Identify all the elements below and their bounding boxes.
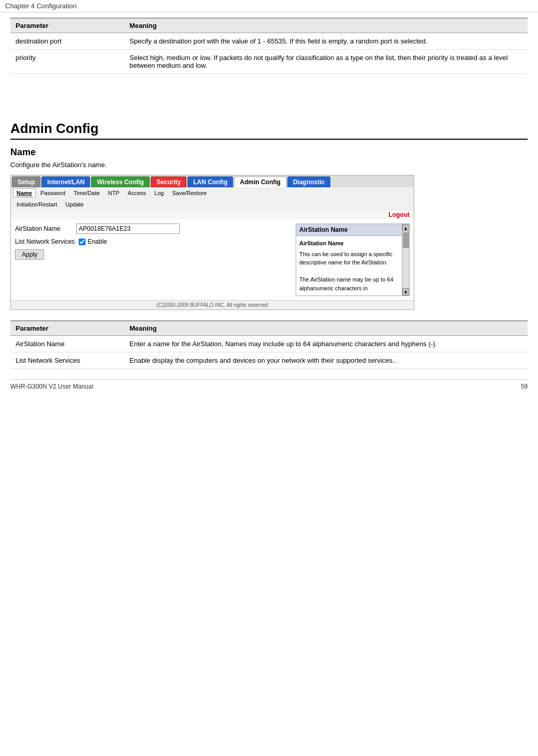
- sub-tab-save-restore[interactable]: Save/Restore: [168, 188, 210, 198]
- sub-nav-row1: Name Password Time/Date NTP Access Log S…: [11, 187, 414, 199]
- meaning-list-network-services: Enable display the computers and devices…: [124, 352, 528, 369]
- tab-admin-config[interactable]: Admin Config: [234, 176, 286, 187]
- table-row: priority Select high, medium or low. If …: [10, 50, 528, 74]
- help-panel-header: AirStation Name: [296, 224, 409, 236]
- page-number: 59: [521, 383, 528, 390]
- help-panel: AirStation Name AirStation Name This can…: [296, 224, 410, 296]
- sub-tab-access[interactable]: Access: [124, 188, 150, 198]
- help-panel-title: AirStation Name: [299, 239, 406, 248]
- param-priority: priority: [10, 50, 124, 74]
- airstation-name-label: AirStation Name: [15, 225, 72, 232]
- logout-link[interactable]: Logout: [388, 211, 410, 218]
- name-subtitle: Name: [10, 147, 528, 158]
- nav-tabs: Setup Internet/LAN Wireless Config Secur…: [11, 175, 414, 187]
- manual-title: WHR-G300N V2 User Manual: [10, 383, 93, 390]
- apply-button[interactable]: Apply: [15, 249, 44, 260]
- airstation-name-input[interactable]: [76, 224, 180, 234]
- param-destination-port: destination port: [10, 33, 124, 50]
- chapter-title: Chapter 4 Configuration: [5, 2, 77, 10]
- enable-checkbox[interactable]: [79, 239, 85, 245]
- sub-tab-update[interactable]: Update: [62, 200, 87, 209]
- page-footer: WHR-G300N V2 User Manual 59: [10, 379, 528, 390]
- list-network-services-label: List Network Services: [15, 238, 75, 245]
- router-main-area: AirStation Name List Network Services En…: [11, 219, 414, 300]
- sub-tab-initialize-restart[interactable]: Initialize/Restart: [13, 200, 61, 209]
- second-table-col2-header: Meaning: [124, 321, 528, 336]
- logout-row: Logout: [11, 210, 414, 219]
- tab-lan-config[interactable]: LAN Config: [187, 176, 233, 187]
- router-form: AirStation Name List Network Services En…: [15, 224, 292, 296]
- sub-tab-log[interactable]: Log: [151, 188, 167, 198]
- tab-setup[interactable]: Setup: [12, 176, 40, 187]
- param-airstation-name: AirStation Name: [10, 336, 124, 352]
- help-text-2: The AirStation name may be up to 64 alph…: [299, 275, 406, 292]
- second-table-col1-header: Parameter: [10, 321, 124, 336]
- router-footer: (C)2000-2009 BUFFALO INC. All rights res…: [11, 300, 414, 309]
- enable-label: Enable: [88, 238, 107, 245]
- table-row: AirStation Name Enter a name for the Air…: [10, 336, 528, 352]
- scroll-up-button[interactable]: ▲: [402, 224, 410, 231]
- tab-internet-lan[interactable]: Internet/LAN: [41, 176, 90, 187]
- tab-security[interactable]: Security: [151, 176, 186, 187]
- sub-tab-name[interactable]: Name: [13, 188, 36, 198]
- page-header: Chapter 4 Configuration: [0, 0, 538, 12]
- help-panel-content: AirStation Name This can be used to assi…: [296, 236, 409, 295]
- tab-diagnostic[interactable]: Diagnostic: [287, 176, 330, 187]
- table-row: destination port Specify a destination p…: [10, 33, 528, 50]
- sub-nav-row2: Initialize/Restart Update: [11, 199, 414, 210]
- first-table-col2-header: Meaning: [124, 18, 528, 33]
- meaning-destination-port: Specify a destination port with the valu…: [124, 33, 528, 50]
- name-description: Configure the AirStation's name.: [10, 161, 528, 169]
- admin-config-title: Admin Config: [10, 121, 528, 140]
- scroll-thumb[interactable]: [403, 232, 409, 248]
- airstation-name-row: AirStation Name: [15, 224, 292, 234]
- scroll-down-button[interactable]: ▼: [402, 288, 410, 295]
- first-table-col1-header: Parameter: [10, 18, 124, 33]
- list-network-services-row: List Network Services Enable: [15, 238, 292, 245]
- router-ui: Setup Internet/LAN Wireless Config Secur…: [10, 175, 414, 310]
- sub-tab-ntp[interactable]: NTP: [105, 188, 123, 198]
- sub-tab-time-date[interactable]: Time/Date: [70, 188, 103, 198]
- table-row: List Network Services Enable display the…: [10, 352, 528, 369]
- second-param-table: Parameter Meaning AirStation Name Enter …: [10, 320, 528, 369]
- scrollbar[interactable]: ▲ ▼: [402, 224, 409, 295]
- meaning-priority: Select high, medium or low. If packets d…: [124, 50, 528, 74]
- meaning-airstation-name: Enter a name for the AirStation. Names m…: [124, 336, 528, 352]
- sub-tab-password[interactable]: Password: [37, 188, 69, 198]
- content: Parameter Meaning destination port Speci…: [0, 12, 538, 401]
- tab-wireless-config[interactable]: Wireless Config: [91, 176, 150, 187]
- param-list-network-services: List Network Services: [10, 352, 124, 369]
- first-param-table: Parameter Meaning destination port Speci…: [10, 18, 528, 74]
- apply-button-row: Apply: [15, 249, 292, 260]
- help-text-1: This can be used to assign a specific de…: [299, 250, 406, 267]
